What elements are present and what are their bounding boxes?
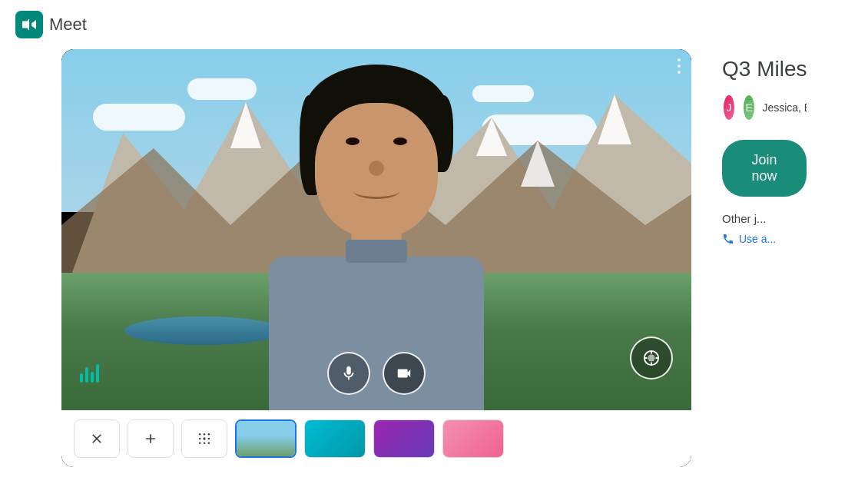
mic-icon (340, 365, 357, 382)
add-effect-chip[interactable] (128, 419, 174, 458)
meet-logo-icon (15, 11, 43, 38)
blur-icon (197, 431, 212, 446)
app-title: Meet (49, 15, 87, 35)
video-container (61, 49, 691, 467)
right-panel: Q3 Milesto... J E Jessica, Ethan, Ma... … (722, 49, 807, 245)
svg-point-10 (648, 354, 654, 361)
mountain-bg-option[interactable] (235, 419, 297, 458)
participants-names: Jessica, Ethan, Ma... (762, 101, 807, 114)
blur-effect-chip[interactable] (181, 419, 227, 458)
teal-bg-preview (305, 420, 365, 457)
purple-bg-option[interactable] (373, 419, 435, 458)
pink-bg-option[interactable] (442, 419, 504, 458)
camera-button[interactable] (383, 352, 426, 395)
background-options-bar (61, 410, 691, 467)
svg-point-17 (199, 443, 201, 445)
visual-effects-button[interactable] (630, 336, 673, 380)
video-controls (61, 352, 691, 395)
header: Meet (0, 0, 868, 49)
main-content: Q3 Milesto... J E Jessica, Ethan, Ma... … (0, 49, 868, 467)
mic-button[interactable] (327, 352, 370, 395)
meeting-title: Q3 Milesto... (722, 57, 807, 81)
use-companion-text: Use a... (739, 233, 776, 245)
more-options-button[interactable] (678, 58, 681, 74)
camera-icon (396, 365, 412, 382)
svg-point-12 (204, 433, 206, 436)
purple-bg-preview (374, 420, 434, 457)
participants-row: J E Jessica, Ethan, Ma... (722, 94, 807, 121)
pink-bg-preview (443, 420, 503, 457)
svg-point-13 (208, 433, 210, 436)
other-options-label: Other j... (722, 212, 807, 225)
svg-point-18 (204, 443, 206, 445)
join-now-button[interactable]: Join now (722, 140, 807, 197)
video-preview (61, 49, 691, 410)
add-icon (143, 431, 158, 446)
phone-icon (722, 233, 734, 245)
participant-avatar-2: E (742, 94, 756, 121)
use-companion-link[interactable]: Use a... (722, 233, 807, 245)
teal-bg-option[interactable] (304, 419, 366, 458)
participant-avatar-1: J (722, 94, 736, 121)
svg-point-15 (203, 437, 205, 439)
svg-point-11 (199, 433, 201, 436)
effects-icon (643, 350, 660, 366)
mountain-bg-preview (237, 421, 295, 456)
svg-point-19 (208, 443, 210, 445)
svg-point-16 (208, 438, 210, 440)
dot-1 (678, 58, 681, 61)
no-effect-chip[interactable] (74, 419, 120, 458)
no-effect-icon (89, 431, 104, 446)
dot-2 (678, 65, 681, 68)
svg-point-14 (199, 438, 201, 440)
dot-3 (678, 71, 681, 74)
